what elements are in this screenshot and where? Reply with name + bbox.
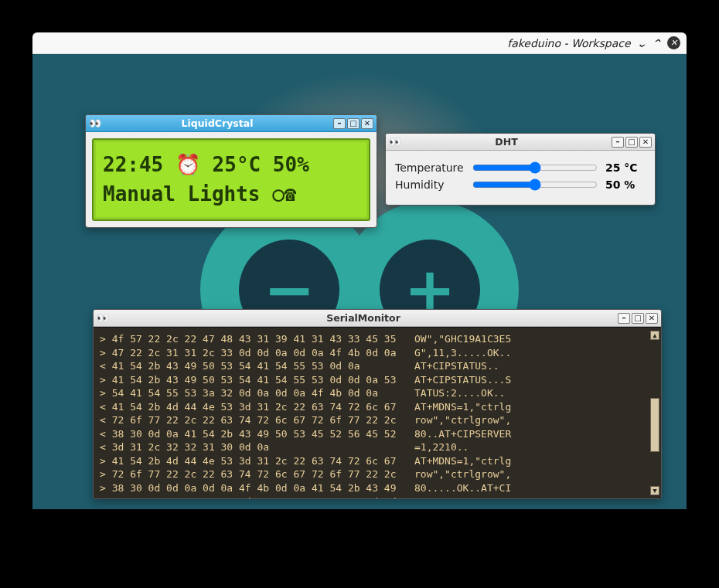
lcd-body: 22:45 ⏰ 25°C 50% Manual Lights ○☎ bbox=[86, 132, 377, 227]
close-icon[interactable]: ✕ bbox=[667, 36, 680, 49]
liquidcrystal-title: LiquidCrystal bbox=[104, 117, 330, 129]
scroll-up-button[interactable]: ▲ bbox=[650, 331, 659, 340]
close-button[interactable]: ✕ bbox=[361, 118, 373, 129]
temperature-label: Temperature bbox=[395, 161, 465, 174]
liquidcrystal-window[interactable]: 👀 LiquidCrystal – □ ✕ 22:45 ⏰ 25°C 50% M… bbox=[85, 114, 377, 228]
chevron-up-icon[interactable]: ⌃ bbox=[651, 37, 662, 49]
temperature-value: 25 °C bbox=[605, 161, 646, 174]
app-icon: 👀 bbox=[389, 137, 401, 147]
temperature-row: Temperature 25 °C bbox=[395, 161, 646, 174]
humidity-label: Humidity bbox=[395, 178, 465, 191]
humidity-value: 50 % bbox=[605, 178, 646, 191]
humidity-row: Humidity 50 % bbox=[395, 178, 646, 191]
chevron-down-icon[interactable]: ⌄ bbox=[636, 37, 646, 49]
maximize-button[interactable]: □ bbox=[632, 313, 644, 324]
liquidcrystal-titlebar[interactable]: 👀 LiquidCrystal – □ ✕ bbox=[86, 115, 377, 132]
app-icon: 👀 bbox=[97, 313, 109, 323]
maximize-button[interactable]: □ bbox=[347, 118, 360, 129]
minimize-button[interactable]: – bbox=[618, 313, 630, 324]
lcd-line-1: 22:45 ⏰ 25°C 50% bbox=[103, 153, 309, 176]
serialmonitor-titlebar[interactable]: 👀 SerialMonitor – □ ✕ bbox=[94, 310, 661, 327]
workspace-window: fakeduino - Workspace ⌄ ⌃ ✕ −+ 👀 LiquidC… bbox=[32, 32, 687, 509]
close-button[interactable]: ✕ bbox=[639, 137, 652, 148]
workspace-body: −+ 👀 LiquidCrystal – □ ✕ 22:45 ⏰ 25°C 50… bbox=[32, 54, 687, 509]
scroll-down-button[interactable]: ▼ bbox=[650, 486, 659, 495]
minimize-button[interactable]: – bbox=[612, 137, 624, 148]
scroll-thumb[interactable] bbox=[650, 398, 659, 452]
dht-window[interactable]: 👀 DHT – □ ✕ Temperature 25 °C Humidity 5 bbox=[385, 133, 656, 206]
workspace-titlebar[interactable]: fakeduino - Workspace ⌄ ⌃ ✕ bbox=[32, 32, 687, 54]
dht-body: Temperature 25 °C Humidity 50 % bbox=[386, 151, 655, 205]
maximize-button[interactable]: □ bbox=[625, 137, 638, 148]
close-button[interactable]: ✕ bbox=[646, 313, 658, 324]
serialmonitor-title: SerialMonitor bbox=[112, 312, 615, 324]
app-icon: 👀 bbox=[89, 118, 101, 128]
workspace-title: fakeduino - Workspace bbox=[507, 37, 630, 49]
dht-title: DHT bbox=[404, 136, 608, 148]
lcd-line-2: Manual Lights ○☎ bbox=[103, 182, 296, 206]
temperature-slider[interactable] bbox=[472, 161, 598, 174]
humidity-slider[interactable] bbox=[472, 178, 598, 191]
minimize-button[interactable]: – bbox=[333, 118, 346, 129]
lcd-screen: 22:45 ⏰ 25°C 50% Manual Lights ○☎ bbox=[92, 138, 370, 221]
dht-titlebar[interactable]: 👀 DHT – □ ✕ bbox=[386, 134, 655, 151]
serialmonitor-window[interactable]: 👀 SerialMonitor – □ ✕ > 4f 57 22 2c 22 4… bbox=[93, 309, 662, 499]
serial-output[interactable]: > 4f 57 22 2c 22 47 48 43 31 39 41 31 43… bbox=[94, 327, 661, 498]
